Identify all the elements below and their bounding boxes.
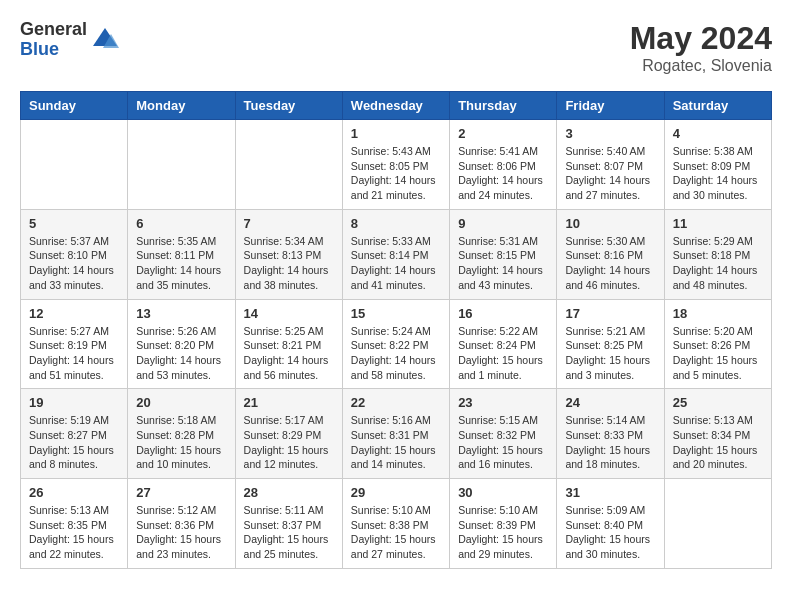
day-info: Sunrise: 5:10 AMSunset: 8:38 PMDaylight:… — [351, 503, 441, 562]
day-info: Sunrise: 5:31 AMSunset: 8:15 PMDaylight:… — [458, 234, 548, 293]
calendar-cell: 31Sunrise: 5:09 AMSunset: 8:40 PMDayligh… — [557, 479, 664, 569]
weekday-header-row: SundayMondayTuesdayWednesdayThursdayFrid… — [21, 92, 772, 120]
calendar-cell: 25Sunrise: 5:13 AMSunset: 8:34 PMDayligh… — [664, 389, 771, 479]
calendar-cell: 10Sunrise: 5:30 AMSunset: 8:16 PMDayligh… — [557, 209, 664, 299]
day-number: 5 — [29, 216, 119, 231]
day-info: Sunrise: 5:40 AMSunset: 8:07 PMDaylight:… — [565, 144, 655, 203]
day-info: Sunrise: 5:16 AMSunset: 8:31 PMDaylight:… — [351, 413, 441, 472]
title-block: May 2024 Rogatec, Slovenia — [630, 20, 772, 75]
day-number: 2 — [458, 126, 548, 141]
calendar-cell: 20Sunrise: 5:18 AMSunset: 8:28 PMDayligh… — [128, 389, 235, 479]
page-header: General Blue May 2024 Rogatec, Slovenia — [20, 20, 772, 75]
day-number: 29 — [351, 485, 441, 500]
calendar-cell: 9Sunrise: 5:31 AMSunset: 8:15 PMDaylight… — [450, 209, 557, 299]
logo-icon — [91, 26, 119, 54]
weekday-header-tuesday: Tuesday — [235, 92, 342, 120]
day-info: Sunrise: 5:29 AMSunset: 8:18 PMDaylight:… — [673, 234, 763, 293]
day-number: 14 — [244, 306, 334, 321]
day-number: 27 — [136, 485, 226, 500]
day-info: Sunrise: 5:12 AMSunset: 8:36 PMDaylight:… — [136, 503, 226, 562]
day-info: Sunrise: 5:37 AMSunset: 8:10 PMDaylight:… — [29, 234, 119, 293]
calendar-week-row: 1Sunrise: 5:43 AMSunset: 8:05 PMDaylight… — [21, 120, 772, 210]
calendar-cell: 16Sunrise: 5:22 AMSunset: 8:24 PMDayligh… — [450, 299, 557, 389]
day-info: Sunrise: 5:43 AMSunset: 8:05 PMDaylight:… — [351, 144, 441, 203]
day-info: Sunrise: 5:30 AMSunset: 8:16 PMDaylight:… — [565, 234, 655, 293]
calendar-cell: 21Sunrise: 5:17 AMSunset: 8:29 PMDayligh… — [235, 389, 342, 479]
calendar-cell: 24Sunrise: 5:14 AMSunset: 8:33 PMDayligh… — [557, 389, 664, 479]
weekday-header-wednesday: Wednesday — [342, 92, 449, 120]
day-info: Sunrise: 5:19 AMSunset: 8:27 PMDaylight:… — [29, 413, 119, 472]
calendar-cell: 19Sunrise: 5:19 AMSunset: 8:27 PMDayligh… — [21, 389, 128, 479]
day-number: 24 — [565, 395, 655, 410]
calendar-cell: 4Sunrise: 5:38 AMSunset: 8:09 PMDaylight… — [664, 120, 771, 210]
day-number: 3 — [565, 126, 655, 141]
calendar-cell: 12Sunrise: 5:27 AMSunset: 8:19 PMDayligh… — [21, 299, 128, 389]
calendar-week-row: 19Sunrise: 5:19 AMSunset: 8:27 PMDayligh… — [21, 389, 772, 479]
calendar-cell: 13Sunrise: 5:26 AMSunset: 8:20 PMDayligh… — [128, 299, 235, 389]
day-number: 12 — [29, 306, 119, 321]
day-number: 25 — [673, 395, 763, 410]
day-number: 4 — [673, 126, 763, 141]
day-info: Sunrise: 5:38 AMSunset: 8:09 PMDaylight:… — [673, 144, 763, 203]
month-year: May 2024 — [630, 20, 772, 57]
calendar-week-row: 26Sunrise: 5:13 AMSunset: 8:35 PMDayligh… — [21, 479, 772, 569]
day-number: 19 — [29, 395, 119, 410]
calendar-cell — [664, 479, 771, 569]
day-info: Sunrise: 5:41 AMSunset: 8:06 PMDaylight:… — [458, 144, 548, 203]
calendar-cell: 29Sunrise: 5:10 AMSunset: 8:38 PMDayligh… — [342, 479, 449, 569]
calendar-cell — [128, 120, 235, 210]
day-info: Sunrise: 5:14 AMSunset: 8:33 PMDaylight:… — [565, 413, 655, 472]
calendar-cell: 8Sunrise: 5:33 AMSunset: 8:14 PMDaylight… — [342, 209, 449, 299]
day-number: 15 — [351, 306, 441, 321]
weekday-header-sunday: Sunday — [21, 92, 128, 120]
day-info: Sunrise: 5:10 AMSunset: 8:39 PMDaylight:… — [458, 503, 548, 562]
day-number: 13 — [136, 306, 226, 321]
day-info: Sunrise: 5:13 AMSunset: 8:34 PMDaylight:… — [673, 413, 763, 472]
day-number: 18 — [673, 306, 763, 321]
calendar-cell: 5Sunrise: 5:37 AMSunset: 8:10 PMDaylight… — [21, 209, 128, 299]
day-info: Sunrise: 5:35 AMSunset: 8:11 PMDaylight:… — [136, 234, 226, 293]
day-info: Sunrise: 5:20 AMSunset: 8:26 PMDaylight:… — [673, 324, 763, 383]
calendar-cell — [235, 120, 342, 210]
calendar-cell: 15Sunrise: 5:24 AMSunset: 8:22 PMDayligh… — [342, 299, 449, 389]
day-info: Sunrise: 5:09 AMSunset: 8:40 PMDaylight:… — [565, 503, 655, 562]
weekday-header-saturday: Saturday — [664, 92, 771, 120]
day-info: Sunrise: 5:33 AMSunset: 8:14 PMDaylight:… — [351, 234, 441, 293]
day-number: 26 — [29, 485, 119, 500]
day-info: Sunrise: 5:13 AMSunset: 8:35 PMDaylight:… — [29, 503, 119, 562]
day-info: Sunrise: 5:25 AMSunset: 8:21 PMDaylight:… — [244, 324, 334, 383]
calendar-cell: 7Sunrise: 5:34 AMSunset: 8:13 PMDaylight… — [235, 209, 342, 299]
day-info: Sunrise: 5:24 AMSunset: 8:22 PMDaylight:… — [351, 324, 441, 383]
calendar-week-row: 5Sunrise: 5:37 AMSunset: 8:10 PMDaylight… — [21, 209, 772, 299]
calendar-cell: 11Sunrise: 5:29 AMSunset: 8:18 PMDayligh… — [664, 209, 771, 299]
calendar-cell: 14Sunrise: 5:25 AMSunset: 8:21 PMDayligh… — [235, 299, 342, 389]
day-info: Sunrise: 5:21 AMSunset: 8:25 PMDaylight:… — [565, 324, 655, 383]
weekday-header-thursday: Thursday — [450, 92, 557, 120]
day-number: 6 — [136, 216, 226, 231]
weekday-header-friday: Friday — [557, 92, 664, 120]
calendar-week-row: 12Sunrise: 5:27 AMSunset: 8:19 PMDayligh… — [21, 299, 772, 389]
day-info: Sunrise: 5:27 AMSunset: 8:19 PMDaylight:… — [29, 324, 119, 383]
day-number: 23 — [458, 395, 548, 410]
calendar-cell: 3Sunrise: 5:40 AMSunset: 8:07 PMDaylight… — [557, 120, 664, 210]
calendar-cell: 26Sunrise: 5:13 AMSunset: 8:35 PMDayligh… — [21, 479, 128, 569]
logo: General Blue — [20, 20, 119, 60]
day-info: Sunrise: 5:17 AMSunset: 8:29 PMDaylight:… — [244, 413, 334, 472]
calendar-cell: 27Sunrise: 5:12 AMSunset: 8:36 PMDayligh… — [128, 479, 235, 569]
day-info: Sunrise: 5:34 AMSunset: 8:13 PMDaylight:… — [244, 234, 334, 293]
day-number: 16 — [458, 306, 548, 321]
calendar-cell: 1Sunrise: 5:43 AMSunset: 8:05 PMDaylight… — [342, 120, 449, 210]
weekday-header-monday: Monday — [128, 92, 235, 120]
calendar-cell: 22Sunrise: 5:16 AMSunset: 8:31 PMDayligh… — [342, 389, 449, 479]
calendar-cell: 23Sunrise: 5:15 AMSunset: 8:32 PMDayligh… — [450, 389, 557, 479]
day-info: Sunrise: 5:15 AMSunset: 8:32 PMDaylight:… — [458, 413, 548, 472]
location: Rogatec, Slovenia — [630, 57, 772, 75]
day-number: 22 — [351, 395, 441, 410]
calendar-cell: 2Sunrise: 5:41 AMSunset: 8:06 PMDaylight… — [450, 120, 557, 210]
logo-blue: Blue — [20, 40, 87, 60]
day-number: 17 — [565, 306, 655, 321]
day-number: 10 — [565, 216, 655, 231]
logo-general: General — [20, 20, 87, 40]
day-info: Sunrise: 5:22 AMSunset: 8:24 PMDaylight:… — [458, 324, 548, 383]
calendar-cell: 6Sunrise: 5:35 AMSunset: 8:11 PMDaylight… — [128, 209, 235, 299]
